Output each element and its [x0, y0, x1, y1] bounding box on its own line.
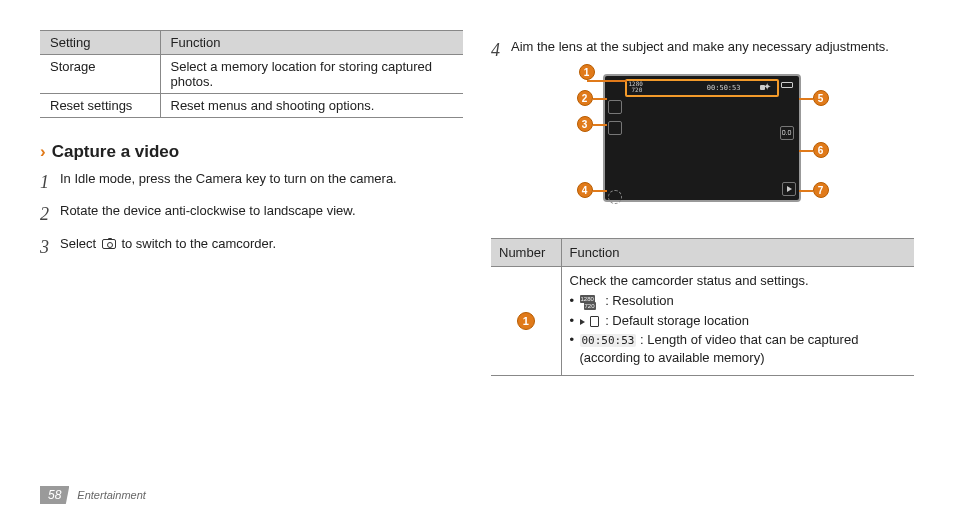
- step-4: 4 Aim the lens at the subject and make a…: [491, 38, 914, 62]
- section-title-text: Capture a video: [52, 142, 180, 161]
- status-bar-highlight: [625, 79, 779, 97]
- callout-badge-1: 1: [517, 312, 535, 330]
- camcorder-preview-diagram: 1 2 3 4 5 6 7 1280 720: [563, 70, 843, 228]
- storage-mini-icon: [580, 315, 598, 327]
- callout-2: 2: [577, 90, 593, 106]
- bullet-resolution: : Resolution: [570, 292, 907, 310]
- table-header-function: Function: [160, 31, 463, 55]
- callout-7: 7: [813, 182, 829, 198]
- nf-header-function: Function: [561, 239, 914, 267]
- step-3-prefix: Select: [60, 236, 96, 251]
- playback-icon: [782, 182, 796, 196]
- number-function-table: Number Function 1 Check the camcorder st…: [491, 238, 914, 375]
- callout-6: 6: [813, 142, 829, 158]
- nf-header-number: Number: [491, 239, 561, 267]
- bullet-text: : Default storage location: [605, 313, 749, 328]
- cell-setting: Reset settings: [40, 94, 160, 118]
- flash-icon: ✦: [763, 81, 775, 93]
- table-row: Storage Select a memory location for sto…: [40, 55, 463, 94]
- callout-1: 1: [579, 64, 595, 80]
- resolution-mini-icon: [580, 296, 598, 308]
- resolution-icon: 1280 720: [629, 81, 643, 93]
- bullet-text: : Resolution: [605, 293, 674, 308]
- cell-function: Reset menus and shooting options.: [160, 94, 463, 118]
- preview-screen: 1280 720 00:50:53 ✦ 0.0: [603, 74, 801, 202]
- table-row: 1 Check the camcorder status and setting…: [491, 267, 914, 375]
- step-3-suffix: to switch to the camcorder.: [121, 236, 276, 251]
- settings-table: Setting Function Storage Select a memory…: [40, 30, 463, 118]
- nf-function-cell: Check the camcorder status and settings.…: [561, 267, 914, 375]
- step-text: In Idle mode, press the Camera key to tu…: [60, 170, 397, 188]
- battery-icon: [781, 82, 793, 88]
- exposure-value-icon: 0.0: [780, 126, 794, 140]
- record-timer: 00:50:53: [707, 84, 741, 92]
- bullet-length: 00:50:53 : Length of video that can be c…: [570, 331, 907, 366]
- bullet-storage: : Default storage location: [570, 312, 907, 330]
- table-row: Reset settings Reset menus and shooting …: [40, 94, 463, 118]
- step-3: 3 Select to switch to the camcorder.: [40, 235, 463, 259]
- nf-number-cell: 1: [491, 267, 561, 375]
- step-2: 2 Rotate the device anti-clockwise to la…: [40, 202, 463, 226]
- chapter-name: Entertainment: [77, 489, 145, 501]
- res-bot: 720: [632, 86, 643, 93]
- step-number: 2: [40, 202, 60, 226]
- page-number: 58: [40, 486, 69, 504]
- spacer: [608, 163, 622, 183]
- page-footer: 58 Entertainment: [40, 486, 146, 504]
- step-text: Aim the lens at the subject and make any…: [511, 38, 889, 56]
- callout-3: 3: [577, 116, 593, 132]
- step-number: 1: [40, 170, 60, 194]
- chevron-right-icon: ›: [40, 142, 46, 161]
- step-1: 1 In Idle mode, press the Camera key to …: [40, 170, 463, 194]
- callout-5: 5: [813, 90, 829, 106]
- mode-scene-icon: [608, 121, 622, 135]
- mode-camcorder-icon: [608, 100, 622, 114]
- settings-gear-icon: [608, 190, 622, 204]
- step-text: Select to switch to the camcorder.: [60, 235, 276, 253]
- timer-code: 00:50:53: [580, 334, 637, 347]
- step-number: 3: [40, 235, 60, 259]
- camera-icon: [102, 239, 116, 249]
- step-number: 4: [491, 38, 511, 62]
- nf-intro: Check the camcorder status and settings.: [570, 273, 907, 288]
- table-header-setting: Setting: [40, 31, 160, 55]
- cell-setting: Storage: [40, 55, 160, 94]
- callout-4: 4: [577, 182, 593, 198]
- cell-function: Select a memory location for storing cap…: [160, 55, 463, 94]
- steps-list: 1 In Idle mode, press the Camera key to …: [40, 170, 463, 259]
- section-heading: ›Capture a video: [40, 142, 463, 162]
- steps-list-cont: 4 Aim the lens at the subject and make a…: [491, 38, 914, 62]
- step-text: Rotate the device anti-clockwise to land…: [60, 202, 356, 220]
